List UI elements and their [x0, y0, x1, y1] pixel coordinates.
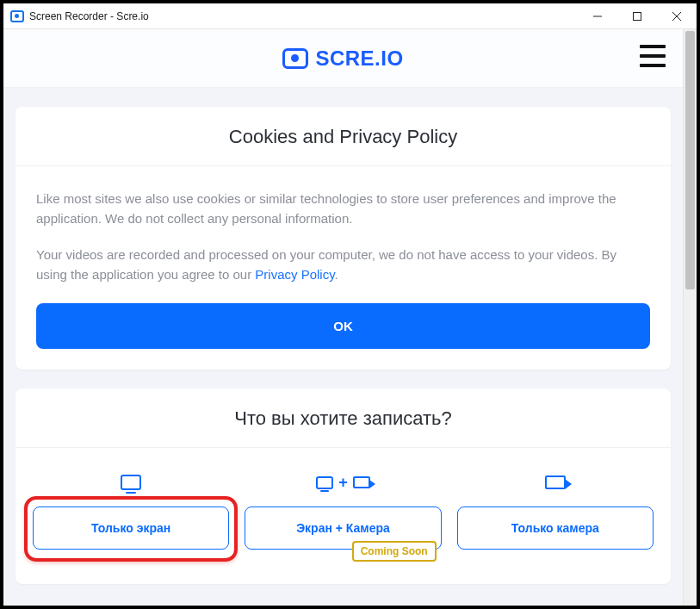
ok-button[interactable]: OK — [36, 303, 650, 349]
minimize-button[interactable] — [578, 3, 617, 29]
coming-soon-badge: Coming Soon — [352, 541, 437, 562]
monitor-icon — [121, 470, 141, 494]
cookies-title: Cookies and Privacy Policy — [36, 126, 650, 148]
camera-icon — [545, 470, 566, 494]
close-button[interactable] — [657, 3, 697, 29]
brand-logo[interactable]: SCRE.IO — [282, 47, 403, 71]
menu-icon[interactable] — [640, 45, 666, 67]
vertical-scrollbar[interactable] — [683, 29, 697, 606]
brand-logo-text: SCRE.IO — [315, 47, 403, 71]
svg-rect-1 — [634, 12, 641, 20]
app-icon — [10, 10, 24, 22]
option-screen-camera: + Экран + Камера Coming Soon — [245, 470, 441, 550]
privacy-policy-link[interactable]: Privacy Policy — [255, 267, 334, 282]
maximize-button[interactable] — [617, 3, 657, 29]
record-card: Что вы хотите записать? Только экран — [15, 388, 671, 584]
option-camera-only: Только камера — [457, 470, 654, 550]
brand-logo-icon — [282, 48, 308, 69]
screen-plus-camera-icon: + — [316, 470, 370, 494]
window-title: Screen Recorder - Scre.io — [29, 10, 149, 22]
option-screen-only: Только экран — [33, 470, 229, 550]
cookies-paragraph-2: Your videos are recorded and processed o… — [36, 245, 650, 285]
app-header: SCRE.IO — [3, 29, 683, 88]
camera-only-button[interactable]: Только камера — [457, 506, 654, 550]
record-title: Что вы хотите записать? — [36, 407, 650, 430]
cookies-paragraph-1: Like most sites we also use cookies or s… — [36, 189, 650, 229]
window-titlebar: Screen Recorder - Scre.io — [3, 3, 697, 29]
screen-only-button[interactable]: Только экран — [33, 506, 229, 550]
scrollbar-thumb[interactable] — [685, 31, 695, 289]
cookies-card: Cookies and Privacy Policy Like most sit… — [15, 107, 671, 370]
